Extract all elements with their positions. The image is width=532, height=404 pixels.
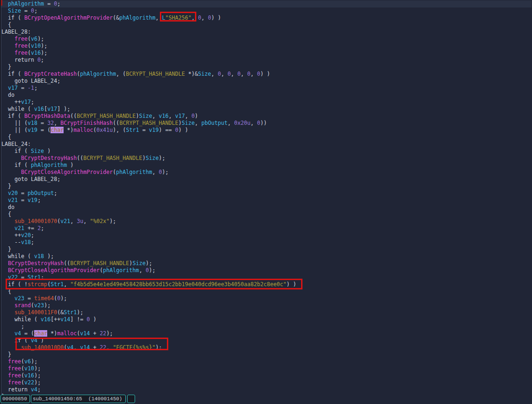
code-token[interactable]: =	[21, 7, 31, 14]
code-token[interactable]	[1, 225, 14, 231]
code-line[interactable]: sub_140001070(v21, 3u, "%02x");	[1, 218, 532, 225]
code-token[interactable]	[1, 85, 8, 91]
code-token[interactable]: =	[18, 197, 28, 203]
code-token[interactable]: ;	[41, 225, 44, 231]
code-token[interactable]: ;	[54, 190, 57, 196]
code-token[interactable]: BCryptFinishHash	[60, 120, 113, 126]
code-line[interactable]: BCryptCloseAlgorithmProvider(phAlgorithm…	[1, 267, 532, 274]
code-token[interactable]: )	[179, 120, 182, 126]
code-token[interactable]: sub_140001070	[14, 218, 57, 224]
code-token[interactable]: ,	[251, 120, 257, 126]
code-line[interactable]: }	[1, 393, 532, 400]
code-token[interactable]: "f4b5d5e4e1ed49e458428bb653d15c2bb19e040…	[70, 281, 287, 288]
code-token[interactable]: v16	[34, 106, 44, 112]
code-token[interactable]: v14	[60, 316, 70, 323]
code-token[interactable]: 0	[257, 71, 260, 77]
code-token[interactable]: *)	[64, 127, 73, 133]
code-line[interactable]: return 0;	[1, 57, 532, 64]
code-token[interactable]	[1, 295, 14, 302]
code-token[interactable]: (&	[57, 309, 64, 316]
code-token[interactable]	[1, 267, 8, 274]
code-token[interactable]: }	[1, 246, 11, 252]
code-token[interactable]: ;	[1, 323, 24, 330]
code-line[interactable]: {	[1, 134, 532, 141]
code-token[interactable]: v18	[21, 239, 31, 245]
code-token[interactable]: phAlgorithm	[103, 267, 139, 274]
code-token[interactable]: "EGCTF{%s%s}"	[113, 344, 155, 351]
code-token[interactable]: v23	[34, 302, 44, 309]
code-line[interactable]: LABEL_24:	[1, 141, 532, 148]
code-line[interactable]: }	[1, 183, 532, 190]
code-token[interactable]: v21	[8, 197, 18, 203]
code-line[interactable]: BCryptDestroyHash((BCRYPT_HASH_HANDLE)Si…	[1, 155, 532, 162]
code-token[interactable]: phAlgorithm	[116, 169, 152, 175]
pseudocode-view[interactable]: phAlgorithm = 0; Size = 0; if ( BCryptOp…	[1, 0, 532, 400]
code-token[interactable]: Size	[8, 7, 21, 14]
code-token[interactable]: v4	[14, 330, 21, 337]
code-token[interactable]: ((	[70, 113, 77, 119]
code-token[interactable]	[1, 43, 14, 49]
code-token[interactable]	[1, 197, 8, 203]
code-line[interactable]: LABEL_28:	[1, 29, 532, 36]
code-token[interactable]: ,	[83, 218, 90, 224]
code-token[interactable]: 0	[237, 71, 241, 77]
code-token[interactable]: BCRYPT_HASH_HANDLE	[119, 120, 178, 126]
code-line[interactable]: sub_1400010D0(v4, v14 + 22, "EGCTF{%s%s}…	[1, 344, 532, 351]
code-token[interactable]: ,	[201, 14, 208, 21]
code-token[interactable]: =	[24, 295, 34, 302]
code-token[interactable]	[1, 309, 14, 316]
code-token[interactable]: *)&	[185, 71, 198, 77]
code-token[interactable]: );	[145, 260, 152, 267]
code-token[interactable]: v22	[8, 274, 18, 281]
code-token[interactable]: {	[1, 134, 11, 140]
code-token[interactable]: v14	[80, 330, 90, 337]
code-token[interactable]: );	[109, 218, 116, 224]
code-token[interactable]: "SHA256"	[165, 14, 191, 21]
code-token[interactable]: v19	[28, 197, 37, 203]
code-token[interactable]: v16	[158, 113, 168, 119]
code-token[interactable]: if (	[1, 162, 31, 168]
code-line[interactable]: if ( BCryptHashData((BCRYPT_HASH_HANDLE)…	[1, 113, 532, 120]
highlighted-token[interactable]: char	[50, 127, 64, 133]
code-token[interactable]: = (	[37, 127, 50, 133]
code-token[interactable]	[1, 365, 8, 372]
code-token[interactable]: v14	[80, 344, 90, 351]
code-line[interactable]: v23 = time64(0);	[1, 295, 532, 302]
code-token[interactable]	[1, 260, 8, 267]
code-token[interactable]: BCryptCreateHash	[24, 71, 77, 77]
code-line[interactable]: free(v22);	[1, 379, 532, 386]
code-token[interactable]: ,	[195, 120, 201, 126]
highlighted-token[interactable]: char	[34, 330, 47, 337]
code-token[interactable]	[1, 7, 8, 14]
code-token[interactable]: = (	[21, 330, 34, 337]
code-token[interactable]: }	[1, 183, 11, 189]
code-token[interactable]: free	[8, 358, 21, 365]
code-token[interactable]: v17	[8, 85, 18, 91]
code-token[interactable]: Str1	[50, 281, 64, 288]
code-token[interactable]: BCryptDestroyHash	[8, 260, 64, 267]
code-token[interactable]: ((	[113, 120, 119, 126]
code-token[interactable]: );	[149, 267, 155, 274]
code-token[interactable]: phAlgorithm	[80, 71, 116, 77]
code-token[interactable]: );	[158, 155, 165, 161]
code-token[interactable]: )	[44, 148, 50, 154]
code-token[interactable]: ) ==	[159, 127, 175, 133]
code-token[interactable]: return	[1, 57, 37, 63]
code-line[interactable]: v21 = v19;	[1, 197, 532, 204]
code-token[interactable]: ,	[185, 113, 192, 119]
code-line[interactable]: do	[1, 204, 532, 211]
code-token[interactable]: 22	[100, 344, 106, 351]
code-token[interactable]: ,	[73, 344, 80, 351]
code-token[interactable]: );	[34, 372, 41, 379]
code-token[interactable]: ] );	[57, 106, 70, 112]
code-token[interactable]: v22	[24, 379, 34, 386]
code-line[interactable]: while ( v16[v17] );	[1, 106, 532, 113]
code-token[interactable]: Size	[145, 155, 158, 161]
code-token[interactable]: 0	[198, 14, 201, 21]
code-token[interactable]: );	[44, 302, 50, 309]
code-token[interactable]: );	[37, 36, 44, 42]
code-token[interactable]: ,	[228, 120, 234, 126]
code-line[interactable]: if ( BCryptOpenAlgorithmProvider(&phAlgo…	[1, 14, 532, 22]
code-token[interactable]: v19	[149, 127, 158, 133]
code-line[interactable]: free(v6);	[1, 358, 532, 365]
